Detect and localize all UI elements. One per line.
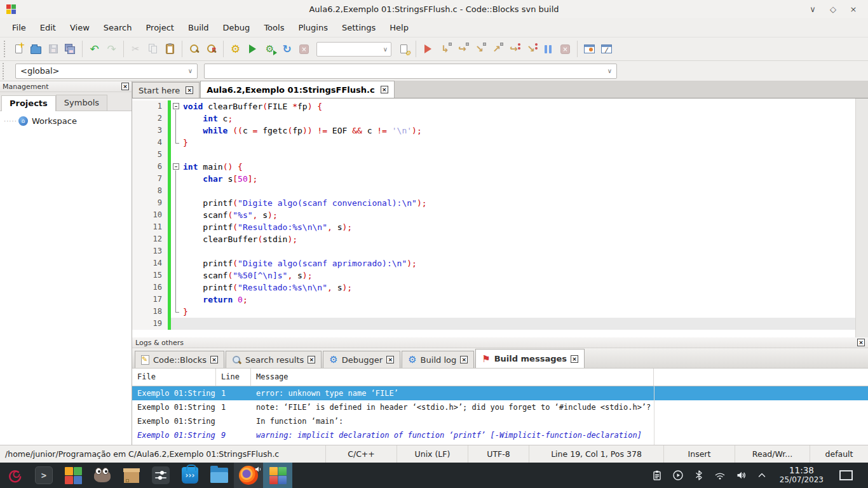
scope-select[interactable]: <global> ∨ [15,64,198,79]
bluetooth-tray-button[interactable] [691,467,707,484]
close-icon[interactable]: × [121,83,129,90]
build-message-row[interactable]: Exemplo 01:String...1error: unknown type… [132,386,868,400]
run-to-cursor-button[interactable]: ↳ [437,41,454,58]
code-line[interactable]: 13 [132,245,855,257]
code-line[interactable]: 8 [132,185,855,197]
menu-settings[interactable]: Settings [335,20,383,35]
paste-button[interactable] [161,41,179,58]
copy-button[interactable] [144,41,161,58]
code-line[interactable]: 1void clearBuffer(FILE *fp) { [132,100,855,112]
log-tab-search-results[interactable]: Search results× [226,351,322,368]
fold-margin[interactable] [171,100,182,112]
column-header-message[interactable]: Message [251,369,654,386]
fold-margin[interactable] [171,149,182,161]
menu-build[interactable]: Build [181,20,216,35]
close-icon[interactable]: × [571,355,578,363]
menu-search[interactable]: Search [97,20,139,35]
firefox-taskbar-button[interactable] [234,463,263,488]
symbol-select[interactable]: ∨ [204,64,617,79]
menu-project[interactable]: Project [139,20,180,35]
build-and-run-button[interactable]: ⚙ [261,41,278,58]
code-editor[interactable]: 1void clearBuffer(FILE *fp) {2 int c;3 w… [132,98,868,337]
editor-tab[interactable]: Start here× [132,82,200,98]
fold-margin[interactable] [171,306,182,318]
menu-tools[interactable]: Tools [257,20,291,35]
code-line[interactable]: 9 printf("Digite algo(scanf convencional… [132,197,855,209]
fold-margin[interactable] [171,233,182,245]
fold-margin[interactable] [171,257,182,269]
fold-margin[interactable] [171,173,182,185]
open-file-button[interactable] [27,41,44,58]
show-desktop-button[interactable] [839,470,853,480]
compile-button[interactable]: ⚙ [227,41,244,58]
debug-continue-button[interactable] [419,41,437,58]
code-line[interactable]: 4} [132,137,855,149]
code-line[interactable]: 11 printf("Resultado:%s\n\n", s); [132,221,855,233]
next-line-button[interactable]: ↪ [454,41,471,58]
debugging-windows-button[interactable] [581,41,598,58]
stop-debugger-button[interactable]: × [557,41,574,58]
tree-item-workspace[interactable]: ·····⌂Workspace [0,116,132,126]
code-line[interactable]: 7 char s[50]; [132,173,855,185]
chevron-up-tray-button[interactable] [754,467,770,484]
abort-build-button[interactable]: × [295,41,313,58]
step-out-button[interactable]: ↗ [488,41,505,58]
close-icon[interactable]: × [857,339,865,346]
build-message-row[interactable]: Exemplo 01:String...9warning: implicit d… [132,428,868,442]
fold-margin[interactable] [171,112,182,125]
fold-margin[interactable] [171,137,182,149]
close-icon[interactable]: × [460,356,468,363]
code-line[interactable]: 16 printf("Resultado:%s\n\n", s); [132,281,855,294]
clipboard-tray-button[interactable] [649,467,665,484]
menu-edit[interactable]: Edit [33,20,63,35]
code-line[interactable]: 17 return 0; [132,294,855,306]
fold-margin[interactable] [171,125,182,137]
close-icon[interactable]: × [308,356,315,363]
fold-margin[interactable] [171,269,182,281]
terminal-taskbar-button[interactable]: > [29,463,58,488]
save-button[interactable] [44,41,62,58]
build-target-select[interactable]: ∨ [316,42,391,57]
debian-menu-taskbar-button[interactable] [0,463,29,488]
find-button[interactable] [186,41,203,58]
undo-button[interactable]: ↶ [86,41,103,58]
fold-margin[interactable] [171,281,182,294]
log-tab-build-messages[interactable]: ⚑Build messages× [475,349,585,368]
package-taskbar-button[interactable] [117,463,146,488]
settings-sliders-taskbar-button[interactable] [146,463,175,488]
rebuild-button[interactable]: ↻ [278,41,295,58]
menu-debug[interactable]: Debug [216,20,257,35]
close-icon[interactable]: × [186,86,193,94]
volume-tray-button[interactable] [733,467,749,484]
minimize-button[interactable]: ∨ [806,4,820,14]
step-into-button[interactable]: ↘ [471,41,488,58]
break-debugger-button[interactable] [539,41,557,58]
compiler-options-button[interactable]: ⚙ [395,41,412,58]
close-icon[interactable]: × [381,86,388,93]
code-line[interactable]: 18} [132,306,855,318]
wifi-tray-button[interactable] [712,467,728,484]
log-tab-debugger[interactable]: ⚙Debugger× [323,351,400,368]
fold-margin[interactable] [171,209,182,221]
column-header-file[interactable]: File [132,369,216,386]
code-line[interactable]: 15 scanf("%50[^\n]s", s); [132,269,855,281]
step-into-instruction-button[interactable]: ↘ [522,41,539,58]
tab-projects[interactable]: Projects [1,95,56,111]
code-line[interactable]: 2 int c; [132,112,855,125]
run-button[interactable] [244,41,261,58]
build-message-row[interactable]: Exemplo 01:String...1note: ‘FILE’ is def… [132,400,868,414]
column-header-line[interactable]: Line [216,369,251,386]
log-tab-code-blocks[interactable]: Code::Blocks× [135,351,224,368]
code-line[interactable]: 12 clearBuffer(stdin); [132,233,855,245]
codeblocks-taskbar-button[interactable] [263,463,292,488]
fold-margin[interactable] [171,221,182,233]
code-line[interactable]: 14 printf("Digite algo(scanf aprimorado)… [132,257,855,269]
code-line[interactable]: 3 while ((c = fgetc(fp)) != EOF && c != … [132,125,855,137]
software-store-taskbar-button[interactable]: ››› [175,463,205,488]
gimp-taskbar-button[interactable] [88,463,117,488]
code-line[interactable]: 6int main() { [132,161,855,173]
build-message-row[interactable]: Exemplo 01:String...In function ‘main’: [132,414,868,428]
fold-margin[interactable] [171,197,182,209]
menu-plugins[interactable]: Plugins [291,20,335,35]
fold-margin[interactable] [171,185,182,197]
